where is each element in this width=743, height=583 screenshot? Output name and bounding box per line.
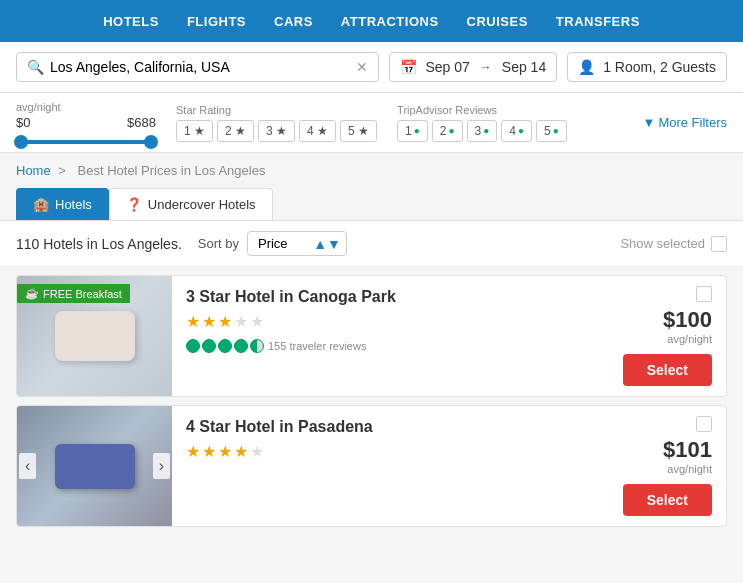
nav-cruises[interactable]: CRUISES [467, 14, 528, 29]
tripadvisor-label: TripAdvisor Reviews [397, 104, 567, 116]
nav-hotels[interactable]: HOTELS [103, 14, 159, 29]
ta-dot-5 [250, 339, 264, 353]
select-button-1[interactable]: Select [623, 354, 712, 386]
clear-icon[interactable]: ✕ [356, 59, 368, 75]
star2-filled-3: ★ [218, 442, 232, 461]
hotel-name-2: 4 Star Hotel in Pasadena [186, 418, 595, 436]
star-btn-5[interactable]: 5 ★ [340, 120, 377, 142]
results-count: 110 Hotels in Los Angeles. [16, 236, 182, 252]
hotel-name-1: 3 Star Hotel in Canoga Park [186, 288, 595, 306]
star2-filled-4: ★ [234, 442, 248, 461]
tripadvisor-dots-1 [186, 339, 264, 353]
price-min: $0 [16, 115, 30, 130]
ta-btn-5[interactable]: 5● [536, 120, 567, 142]
price-range-filter: avg/night $0 $688 [16, 101, 156, 144]
hotel-price-label-2: avg/night [663, 463, 712, 475]
date-range-field[interactable]: 📅 Sep 07 → Sep 14 [389, 52, 557, 82]
star-filled-2: ★ [202, 312, 216, 331]
guests-field[interactable]: 👤 1 Room, 2 Guests [567, 52, 727, 82]
sort-by-section: Sort by Price Rating Reviews ▲▼ [198, 231, 347, 256]
star-btn-4[interactable]: 4 ★ [299, 120, 336, 142]
tab-undercover-label: Undercover Hotels [148, 197, 256, 212]
more-filters-button[interactable]: ▼ More Filters [643, 115, 728, 130]
show-selected-label: Show selected [620, 236, 705, 251]
results-header: 110 Hotels in Los Angeles. Sort by Price… [0, 221, 743, 267]
hotel-img-prev-2[interactable]: ‹ [19, 453, 36, 479]
select-button-2[interactable]: Select [623, 484, 712, 516]
main-nav: HOTELS FLIGHTS CARS ATTRACTIONS CRUISES … [0, 0, 743, 42]
hotel-select-checkbox-1[interactable] [696, 286, 712, 302]
hotel-image-2: ‹ › [17, 406, 172, 526]
star-empty-5: ★ [250, 312, 264, 331]
tab-hotels-label: Hotels [55, 197, 92, 212]
ta-btn-1[interactable]: 1● [397, 120, 428, 142]
free-breakfast-badge: ☕ FREE Breakfast [17, 284, 130, 303]
nav-cars[interactable]: CARS [274, 14, 313, 29]
ta-btn-2[interactable]: 2● [432, 120, 463, 142]
sort-select[interactable]: Price Rating Reviews [247, 231, 347, 256]
ta-dot-2 [202, 339, 216, 353]
star-rating-buttons: 1 ★ 2 ★ 3 ★ 4 ★ 5 ★ [176, 120, 377, 142]
guests-value: 1 Room, 2 Guests [603, 59, 716, 75]
hotel-card-2: ‹ › 4 Star Hotel in Pasadena ★ ★ ★ ★ ★ $… [16, 405, 727, 527]
hotel-reviews-1: 155 traveler reviews [186, 339, 595, 353]
hotel-img-next-2[interactable]: › [153, 453, 170, 479]
hotel-price-section-2: $101 avg/night Select [609, 406, 726, 526]
breadcrumb: Home > Best Hotel Prices in Los Angeles [0, 153, 743, 188]
chevron-down-icon: ▼ [643, 115, 656, 130]
hotel-price-2: $101 [663, 437, 712, 463]
star-btn-1[interactable]: 1 ★ [176, 120, 213, 142]
star-empty-4: ★ [234, 312, 248, 331]
star-btn-2[interactable]: 2 ★ [217, 120, 254, 142]
star-rating-label: Star Rating [176, 104, 377, 116]
breadcrumb-current: Best Hotel Prices in Los Angeles [78, 163, 266, 178]
undercover-tab-icon: ❓ [126, 197, 142, 212]
more-filters-label: More Filters [658, 115, 727, 130]
tab-undercover-hotels[interactable]: ❓ Undercover Hotels [109, 188, 273, 220]
nav-transfers[interactable]: TRANSFERS [556, 14, 640, 29]
location-field[interactable]: 🔍 ✕ [16, 52, 379, 82]
arrow-right-icon: → [480, 60, 492, 74]
price-max: $688 [127, 115, 156, 130]
breadcrumb-separator: > [58, 163, 66, 178]
ta-dot-1 [186, 339, 200, 353]
tripadvisor-filter: TripAdvisor Reviews 1● 2● 3● 4● 5● [397, 104, 567, 142]
ta-dot-4 [234, 339, 248, 353]
hotel-price-1: $100 [663, 307, 712, 333]
free-breakfast-label: FREE Breakfast [43, 288, 122, 300]
search-icon: 🔍 [27, 59, 44, 75]
sort-by-label: Sort by [198, 236, 239, 251]
star-rating-filter: Star Rating 1 ★ 2 ★ 3 ★ 4 ★ 5 ★ [176, 104, 377, 142]
hotel-select-checkbox-2[interactable] [696, 416, 712, 432]
star2-filled-1: ★ [186, 442, 200, 461]
show-selected-checkbox[interactable] [711, 236, 727, 252]
tab-hotels[interactable]: 🏨 Hotels [16, 188, 109, 220]
price-slider-max-thumb[interactable] [144, 135, 158, 149]
hotel-info-1: 3 Star Hotel in Canoga Park ★ ★ ★ ★ ★ 15… [172, 276, 609, 396]
star-btn-3[interactable]: 3 ★ [258, 120, 295, 142]
tripadvisor-buttons: 1● 2● 3● 4● 5● [397, 120, 567, 142]
nav-attractions[interactable]: ATTRACTIONS [341, 14, 439, 29]
nav-flights[interactable]: FLIGHTS [187, 14, 246, 29]
price-label: avg/night [16, 101, 156, 113]
filters-bar: avg/night $0 $688 Star Rating 1 ★ 2 ★ 3 … [0, 93, 743, 153]
star2-filled-2: ★ [202, 442, 216, 461]
ta-btn-4[interactable]: 4● [501, 120, 532, 142]
hotel-tabs: 🏨 Hotels ❓ Undercover Hotels [0, 188, 743, 221]
price-slider-min-thumb[interactable] [14, 135, 28, 149]
price-slider-track[interactable] [16, 140, 156, 144]
person-icon: 👤 [578, 59, 595, 75]
location-input[interactable] [50, 59, 350, 75]
ta-dot-3 [218, 339, 232, 353]
coffee-icon: ☕ [25, 287, 39, 300]
hotel-price-section-1: $100 avg/night Select [609, 276, 726, 396]
star-filled-1: ★ [186, 312, 200, 331]
show-selected-section: Show selected [620, 236, 727, 252]
hotels-list: ☕ FREE Breakfast 3 Star Hotel in Canoga … [0, 267, 743, 535]
breadcrumb-home[interactable]: Home [16, 163, 51, 178]
date-to: Sep 14 [502, 59, 546, 75]
search-bar: 🔍 ✕ 📅 Sep 07 → Sep 14 👤 1 Room, 2 Guests [0, 42, 743, 93]
hotel-stars-2: ★ ★ ★ ★ ★ [186, 442, 595, 461]
date-from: Sep 07 [425, 59, 469, 75]
ta-btn-3[interactable]: 3● [467, 120, 498, 142]
